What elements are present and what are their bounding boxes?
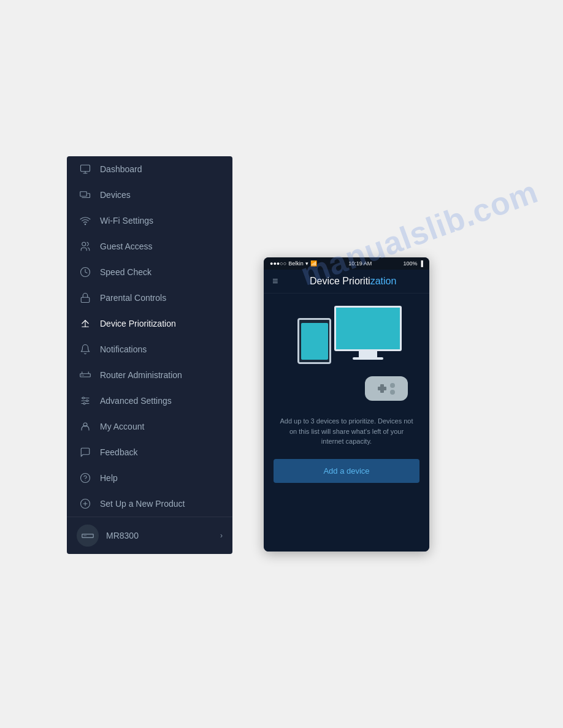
settings-icon — [79, 395, 91, 407]
svg-point-5 — [82, 242, 86, 246]
monitor-screen — [334, 306, 402, 351]
sidebar-item-label-notifications: Notifications — [100, 344, 147, 354]
add-device-button[interactable]: Add a device — [274, 459, 419, 483]
tablet-screen — [301, 323, 328, 360]
controller-button-a — [390, 383, 395, 388]
svg-point-18 — [83, 403, 85, 404]
sidebar-item-label-guest: Guest Access — [100, 241, 153, 251]
controller-button-b — [390, 390, 395, 395]
help-icon — [79, 472, 91, 484]
sidebar-item-devices[interactable]: Devices — [67, 182, 232, 208]
device-icon — [79, 189, 91, 201]
router-icon — [79, 369, 91, 381]
sidebar-item-my-account[interactable]: My Account — [67, 414, 232, 439]
sidebar-item-label-speed: Speed Check — [100, 267, 151, 277]
phone-mockup: ●●●○○ Belkin ▾ 📶 10:19 AM 100% ▐ ≡ Devic… — [264, 257, 429, 552]
phone-description-text: Add up to 3 devices to prioritize. Devic… — [274, 416, 419, 447]
sidebar: Dashboard Devices Wi-Fi Settings Guest A… — [67, 156, 232, 554]
svg-rect-0 — [81, 165, 90, 172]
svg-rect-7 — [81, 297, 90, 302]
sidebar-item-help[interactable]: Help — [67, 465, 232, 491]
phone-title-text: Device Prioritization — [310, 276, 396, 286]
sidebar-item-label-dashboard: Dashboard — [100, 164, 142, 174]
sidebar-item-advanced-settings[interactable]: Advanced Settings — [67, 388, 232, 414]
status-battery: 100% ▐ — [404, 260, 423, 267]
sidebar-item-wifi-settings[interactable]: Wi-Fi Settings — [67, 208, 232, 233]
plus-icon — [79, 498, 91, 510]
wifi-icon — [79, 214, 91, 227]
footer-device-name: MR8300 — [106, 531, 213, 540]
status-time: 10:19 AM — [348, 260, 372, 267]
controller-graphic — [365, 376, 408, 401]
phone-content: Add up to 3 devices to prioritize. Devic… — [264, 294, 429, 552]
priority-icon — [79, 317, 91, 330]
sidebar-item-dashboard[interactable]: Dashboard — [67, 156, 232, 182]
speed-icon — [79, 266, 91, 278]
sidebar-item-label-setup: Set Up a New Product — [100, 499, 185, 509]
sidebar-item-label-feedback: Feedback — [100, 447, 137, 457]
sidebar-item-label-router: Router Administration — [100, 370, 182, 380]
svg-point-16 — [83, 397, 85, 399]
sidebar-item-speed-check[interactable]: Speed Check — [67, 259, 232, 285]
svg-rect-29 — [378, 387, 386, 390]
sidebar-item-label-devices: Devices — [100, 190, 131, 200]
sidebar-item-router-admin[interactable]: Router Administration — [67, 362, 232, 388]
guest-icon — [79, 240, 91, 252]
svg-rect-25 — [82, 534, 93, 538]
account-icon — [79, 420, 91, 433]
svg-point-17 — [86, 400, 88, 402]
device-avatar — [77, 525, 99, 547]
monitor-stand — [359, 351, 377, 357]
sidebar-item-feedback[interactable]: Feedback — [67, 439, 232, 465]
feedback-icon — [79, 446, 91, 458]
status-carrier: ●●●○○ Belkin ▾ 📶 — [270, 260, 317, 267]
sidebar-item-guest-access[interactable]: Guest Access — [67, 233, 232, 259]
sidebar-item-label-help: Help — [100, 473, 118, 483]
sidebar-item-device-prioritization[interactable]: Device Prioritization — [67, 311, 232, 336]
svg-point-20 — [81, 474, 90, 483]
controller-dpad — [378, 384, 386, 393]
sidebar-item-set-up-new-product[interactable]: Set Up a New Product — [67, 491, 232, 517]
sidebar-item-notifications[interactable]: Notifications — [67, 336, 232, 362]
sidebar-footer-device[interactable]: MR8300 › — [67, 517, 232, 554]
tablet-graphic — [297, 318, 331, 364]
sidebar-item-parental-controls[interactable]: Parental Controls — [67, 285, 232, 311]
monitor-icon — [79, 163, 91, 175]
sidebar-item-label-wifi: Wi-Fi Settings — [100, 216, 153, 226]
sidebar-item-label-priority: Device Prioritization — [100, 319, 176, 328]
monitor-graphic — [334, 306, 402, 361]
svg-point-4 — [85, 224, 86, 225]
phone-title: Device Prioritization — [285, 276, 421, 287]
menu-hamburger-icon[interactable]: ≡ — [272, 276, 279, 287]
footer-chevron-icon: › — [220, 531, 223, 540]
monitor-base — [353, 357, 383, 360]
sidebar-item-label-advanced: Advanced Settings — [100, 396, 172, 406]
phone-status-bar: ●●●○○ Belkin ▾ 📶 10:19 AM 100% ▐ — [264, 257, 429, 270]
svg-rect-3 — [80, 192, 87, 197]
device-illustration — [285, 306, 408, 404]
bell-icon — [79, 343, 91, 355]
sidebar-item-label-account: My Account — [100, 422, 144, 431]
sidebar-item-label-parental: Parental Controls — [100, 293, 166, 303]
lock-icon — [79, 292, 91, 304]
phone-header: ≡ Device Prioritization — [264, 270, 429, 294]
